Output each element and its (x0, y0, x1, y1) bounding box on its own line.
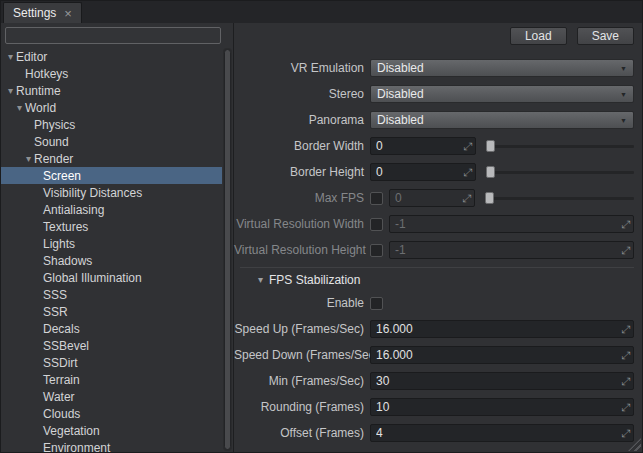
tree-item-sound[interactable]: Sound (1, 133, 222, 150)
tree-item-world[interactable]: ▾World (1, 99, 222, 116)
border-width-input[interactable]: 0⤢ (370, 137, 476, 155)
expand-arrow-icon[interactable]: ▾ (23, 154, 34, 164)
stereo-controls: Disabled▼ (370, 85, 634, 103)
slider-handle[interactable] (486, 140, 495, 152)
virtual-resolution-height-checkbox[interactable] (370, 244, 383, 257)
tree-item-physics[interactable]: Physics (1, 116, 222, 133)
drag-spinner-icon[interactable]: ⤢ (463, 141, 472, 152)
form-row: Border Width0⤢ (234, 133, 642, 159)
stereo-label: Stereo (234, 87, 370, 101)
expand-arrow-icon[interactable]: ▾ (14, 103, 25, 113)
enable-checkbox[interactable] (370, 297, 383, 310)
tree-scrollbar-thumb[interactable] (224, 49, 231, 450)
chevron-down-icon: ▼ (620, 117, 627, 124)
max-fps-slider[interactable] (485, 189, 634, 207)
tree-item-label: Physics (34, 118, 75, 132)
tree-item-render[interactable]: ▾Render (1, 150, 222, 167)
virtual-resolution-height-controls: -1⤢ (370, 241, 634, 259)
tree-item-label: Clouds (43, 407, 80, 421)
slider-handle[interactable] (486, 166, 495, 178)
tree-item-clouds[interactable]: Clouds (1, 405, 222, 422)
panorama-label: Panorama (234, 113, 370, 127)
tree-item-screen[interactable]: Screen (1, 167, 222, 184)
tree-item-hotkeys[interactable]: Hotkeys (1, 65, 222, 82)
tree-item-environment[interactable]: Environment (1, 439, 222, 453)
drag-spinner-icon[interactable]: ⤢ (621, 245, 630, 256)
form-row: VR EmulationDisabled▼ (234, 55, 642, 81)
tree-item-ssbevel[interactable]: SSBevel (1, 337, 222, 354)
drag-spinner-icon[interactable]: ⤢ (462, 193, 471, 204)
vr-emulation-dropdown[interactable]: Disabled▼ (370, 59, 634, 77)
tree-scrollbar[interactable] (223, 48, 232, 451)
slider-handle[interactable] (485, 192, 494, 204)
form-row: StereoDisabled▼ (234, 81, 642, 107)
tree-item-terrain[interactable]: Terrain (1, 371, 222, 388)
tree-item-textures[interactable]: Textures (1, 218, 222, 235)
virtual-resolution-height-input[interactable]: -1⤢ (389, 241, 634, 259)
min-frames-sec-label: Min (Frames/Sec) (234, 374, 370, 388)
virtual-resolution-width-input[interactable]: -1⤢ (389, 215, 634, 233)
speed-up-frames-sec-controls: 16.000⤢ (370, 320, 634, 338)
close-icon[interactable]: × (64, 7, 72, 20)
expand-arrow-icon[interactable]: ▾ (5, 86, 16, 96)
drag-spinner-icon[interactable]: ⤢ (621, 376, 630, 387)
speed-down-frames-sec-input[interactable]: 16.000⤢ (370, 346, 634, 364)
rounding-frames-input[interactable]: 10⤢ (370, 398, 634, 416)
collapse-arrow-icon[interactable]: ▾ (258, 275, 263, 285)
tree-item-label: Terrain (43, 373, 80, 387)
virtual-resolution-width-value: -1 (395, 217, 617, 231)
tree-item-editor[interactable]: ▾Editor (1, 48, 222, 65)
rounding-frames-controls: 10⤢ (370, 398, 634, 416)
tree-item-ssr[interactable]: SSR (1, 303, 222, 320)
speed-up-frames-sec-input[interactable]: 16.000⤢ (370, 320, 634, 338)
drag-spinner-icon[interactable]: ⤢ (621, 428, 630, 439)
save-button[interactable]: Save (577, 27, 634, 45)
max-fps-checkbox[interactable] (370, 192, 383, 205)
form-row: Offset (Frames)4⤢ (234, 420, 642, 446)
form-row: Virtual Resolution Width-1⤢ (234, 211, 642, 237)
rounding-frames-label: Rounding (Frames) (234, 400, 370, 414)
tree-item-sss[interactable]: SSS (1, 286, 222, 303)
chevron-down-icon: ▼ (620, 65, 627, 72)
tree-item-global-illumination[interactable]: Global Illumination (1, 269, 222, 286)
tab-settings[interactable]: Settings × (3, 2, 82, 23)
tree-item-shadows[interactable]: Shadows (1, 252, 222, 269)
virtual-resolution-width-checkbox[interactable] (370, 218, 383, 231)
tree-item-lights[interactable]: Lights (1, 235, 222, 252)
border-height-input[interactable]: 0⤢ (370, 163, 476, 181)
tree-item-label: Hotkeys (25, 67, 68, 81)
tree-item-water[interactable]: Water (1, 388, 222, 405)
chevron-down-icon: ▼ (620, 91, 627, 98)
border-height-slider[interactable] (486, 163, 634, 181)
tree-filter-input[interactable] (5, 27, 221, 44)
drag-spinner-icon[interactable]: ⤢ (621, 402, 630, 413)
border-width-slider[interactable] (486, 137, 634, 155)
tree-item-antialiasing[interactable]: Antialiasing (1, 201, 222, 218)
enable-label: Enable (234, 296, 370, 310)
speed-down-frames-sec-controls: 16.000⤢ (370, 346, 634, 364)
tree-item-vegetation[interactable]: Vegetation (1, 422, 222, 439)
load-button[interactable]: Load (510, 27, 567, 45)
min-frames-sec-value: 30 (376, 374, 617, 388)
drag-spinner-icon[interactable]: ⤢ (463, 167, 472, 178)
drag-spinner-icon[interactable]: ⤢ (621, 324, 630, 335)
speed-up-frames-sec-label: Speed Up (Frames/Sec) (234, 322, 370, 336)
tree-item-label: Global Illumination (43, 271, 142, 285)
drag-spinner-icon[interactable]: ⤢ (621, 219, 630, 230)
stereo-dropdown[interactable]: Disabled▼ (370, 85, 634, 103)
offset-frames-value: 4 (376, 426, 617, 440)
max-fps-input[interactable]: 0⤢ (389, 189, 475, 207)
expand-arrow-icon[interactable]: ▾ (5, 52, 16, 62)
panorama-dropdown[interactable]: Disabled▼ (370, 111, 634, 129)
form-row: PanoramaDisabled▼ (234, 107, 642, 133)
min-frames-sec-input[interactable]: 30⤢ (370, 372, 634, 390)
border-width-controls: 0⤢ (370, 137, 634, 155)
tree-item-visibility-distances[interactable]: Visibility Distances (1, 184, 222, 201)
tree-item-decals[interactable]: Decals (1, 320, 222, 337)
panorama-dropdown-value: Disabled (377, 113, 424, 127)
offset-frames-input[interactable]: 4⤢ (370, 424, 634, 442)
tree-item-runtime[interactable]: ▾Runtime (1, 82, 222, 99)
section-fps-stabilization[interactable]: ▾FPS Stabilization (234, 269, 642, 290)
tree-item-ssdirt[interactable]: SSDirt (1, 354, 222, 371)
drag-spinner-icon[interactable]: ⤢ (621, 350, 630, 361)
